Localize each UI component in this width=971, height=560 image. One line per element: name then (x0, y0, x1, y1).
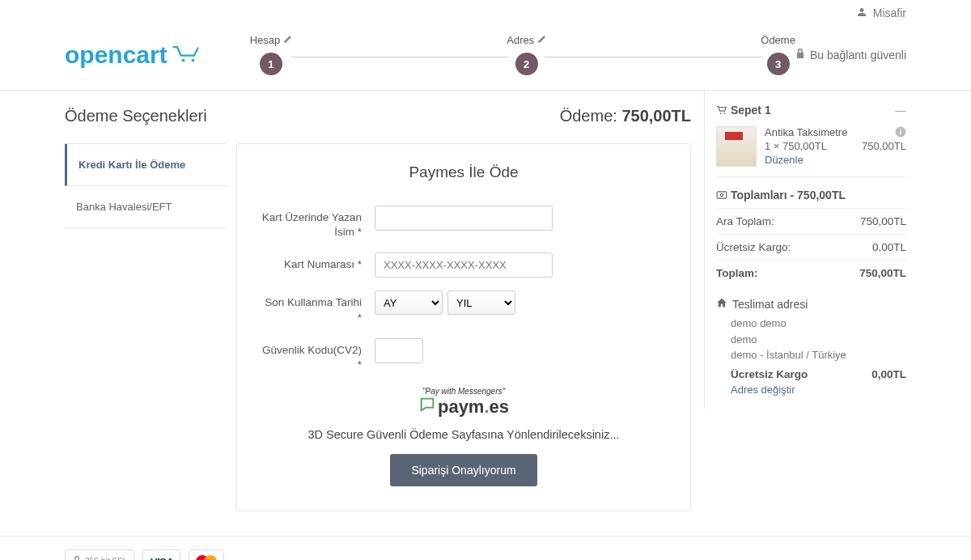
total-label: Toplam: (716, 267, 758, 279)
item-line-total: 750,00TL (862, 140, 906, 152)
cvv-input[interactable] (375, 338, 423, 363)
total-value: 750,00TL (859, 267, 906, 279)
paymes-bubble-icon (418, 396, 436, 418)
ship-label: Ücretsiz Kargo: (716, 241, 791, 253)
totals-head: Toplamları - 750,00TL (716, 189, 906, 202)
svg-point-2 (720, 112, 722, 114)
home-icon (716, 297, 727, 311)
brand-text: opencart (65, 41, 167, 69)
step-3-num: 3 (767, 53, 790, 75)
brand-tagline: "Pay with Messengers" (261, 387, 666, 396)
change-address-link[interactable]: Adres değiştir (731, 384, 906, 396)
svg-text:i: i (900, 129, 901, 136)
tab-creditcard[interactable]: Kredi Kartı İle Ödeme (65, 144, 227, 186)
step-2-num: 2 (515, 53, 538, 75)
step-2-label: Adres (507, 34, 534, 46)
step-line (545, 57, 762, 57)
cart-head: Sepet 1 (716, 104, 771, 117)
edit-icon (283, 34, 292, 46)
step-line (290, 57, 508, 57)
ship-value: 0,00TL (872, 241, 906, 253)
svg-point-1 (191, 58, 194, 62)
step-3-label: Ödeme (761, 34, 795, 46)
mastercard-orange-icon (204, 555, 217, 560)
addr-head-text: Teslimat adresi (732, 298, 808, 311)
item-qty-price: 1 × 750,00TL (765, 140, 827, 152)
payment-panel: Paymes İle Öde Kart Üzerinde Yazan İsim … (236, 143, 691, 511)
lock-icon (72, 555, 82, 560)
tab-eft[interactable]: Banka Havalesi/EFT (65, 186, 227, 228)
redirect-message: 3D Secure Güvenli Ödeme Sayfasına Yönlen… (261, 428, 666, 441)
page-title: Ödeme Seçenekleri (65, 107, 207, 125)
brand-logo[interactable]: opencart (65, 41, 201, 69)
product-thumb[interactable] (716, 126, 757, 167)
payment-total: Ödeme: 750,00TL (560, 107, 691, 125)
cardholder-label: Kart Üzerinde Yazan İsim * (261, 206, 375, 240)
total-value: 750,00TL (621, 107, 691, 125)
collapse-icon[interactable]: — (895, 104, 906, 117)
cart-item: Antika Taksimetre i 1 × 750,00TL 750,00T… (716, 126, 906, 177)
subtotal-value: 750,00TL (860, 215, 906, 227)
edit-icon (537, 34, 546, 46)
step-1-num: 1 (260, 53, 282, 75)
totals-head-text: Toplamları - 750,00TL (731, 189, 846, 202)
cvv-label: Güvenlik Kodu(CV2) * (261, 338, 375, 372)
step-payment: Ödeme 3 (761, 34, 795, 75)
confirm-button[interactable]: Siparişi Onaylıyorum (390, 454, 536, 486)
cart-icon (172, 41, 201, 69)
addr-line-3: demo - İstanbul / Türkiye (731, 347, 906, 363)
mastercard-badge (189, 549, 224, 560)
panel-title: Paymes İle Öde (261, 163, 666, 181)
secure-text: Bu bağlantı güvenli (810, 49, 906, 62)
topbar-guest[interactable]: Misafir (0, 0, 971, 26)
addr-ship-val: 0,00TL (871, 368, 906, 380)
item-name: Antika Taksimetre (765, 126, 847, 138)
addr-line-2: demo (731, 332, 906, 348)
user-icon (857, 6, 870, 19)
expiry-month-select[interactable]: AY (375, 291, 443, 315)
step-address[interactable]: Adres 2 (507, 34, 546, 75)
cardnum-input[interactable] (375, 252, 553, 278)
ssl-badge: 256-bit SSL (65, 549, 134, 560)
expiry-year-select[interactable]: YIL (447, 291, 515, 315)
shipping-address-head: Teslimat adresi (716, 297, 906, 311)
svg-point-3 (724, 112, 726, 114)
guest-label: Misafir (873, 6, 906, 19)
expiry-label: Son Kullanma Tarihi * (261, 291, 375, 325)
lock-icon (795, 48, 805, 62)
subtotal-label: Ara Toplam: (716, 215, 774, 227)
svg-rect-6 (717, 192, 727, 198)
total-label: Ödeme: (560, 107, 617, 125)
item-edit-link[interactable]: Düzenle (765, 154, 804, 166)
svg-point-0 (181, 58, 184, 62)
cardnum-label: Kart Numarası * (261, 252, 375, 272)
cart-head-text: Sepet 1 (731, 104, 771, 117)
visa-badge: VISA (142, 549, 180, 560)
step-1-label: Hesap (250, 34, 281, 46)
addr-line-1: demo demo (731, 316, 906, 332)
addr-ship-name: Ücretsiz Kargo (731, 368, 808, 380)
secure-indicator: Bu bağlantı güvenli (795, 48, 906, 62)
cardholder-input[interactable] (375, 206, 553, 231)
step-account[interactable]: Hesap 1 (250, 34, 292, 75)
info-icon[interactable]: i (895, 126, 906, 140)
svg-point-7 (720, 193, 723, 197)
paymes-brand: "Pay with Messengers" paym.es (261, 387, 666, 418)
